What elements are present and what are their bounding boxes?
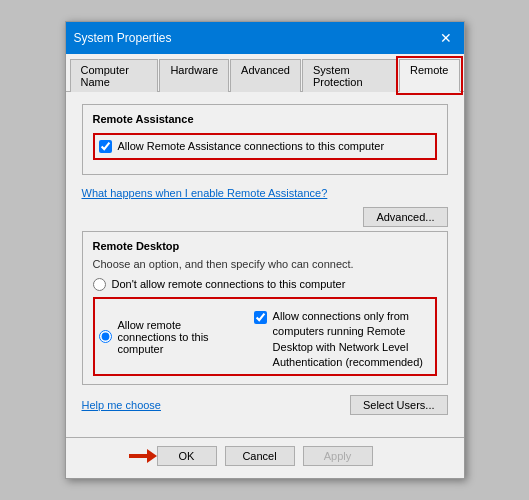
footer-buttons: OK Cancel Apply xyxy=(66,437,464,478)
help-choose-link[interactable]: Help me choose xyxy=(82,399,162,411)
allow-remote-assistance-row: Allow Remote Assistance connections to t… xyxy=(93,133,437,160)
tab-content: Remote Assistance Allow Remote Assistanc… xyxy=(66,92,464,438)
remote-assistance-section: Remote Assistance Allow Remote Assistanc… xyxy=(82,104,448,175)
allow-remote-row: Allow remote connections to this compute… xyxy=(93,297,437,377)
dont-allow-remote-row: Don't allow remote connections to this c… xyxy=(93,278,437,291)
ok-button[interactable]: OK xyxy=(157,446,217,466)
arrow-head xyxy=(147,449,157,463)
allow-remote-assistance-label: Allow Remote Assistance connections to t… xyxy=(118,139,385,154)
ok-arrow-indicator xyxy=(129,449,157,463)
title-bar: System Properties ✕ xyxy=(66,22,464,54)
ok-btn-wrapper: OK xyxy=(157,446,217,466)
advanced-btn-row: Advanced... xyxy=(82,207,448,227)
allow-remote-radio[interactable] xyxy=(99,330,112,343)
allow-remote-label: Allow remote connections to this compute… xyxy=(118,319,228,355)
remote-desktop-description: Choose an option, and then specify who c… xyxy=(93,258,437,270)
tab-computer-name[interactable]: Computer Name xyxy=(70,59,159,92)
tab-bar: Computer Name Hardware Advanced System P… xyxy=(66,54,464,92)
apply-button[interactable]: Apply xyxy=(303,446,373,466)
cancel-button[interactable]: Cancel xyxy=(225,446,295,466)
dont-allow-radio[interactable] xyxy=(93,278,106,291)
help-select-row: Help me choose Select Users... xyxy=(82,395,448,415)
close-button[interactable]: ✕ xyxy=(436,28,456,48)
system-properties-dialog: System Properties ✕ Computer Name Hardwa… xyxy=(65,21,465,480)
tab-remote[interactable]: Remote xyxy=(399,59,460,92)
remote-desktop-section: Remote Desktop Choose an option, and the… xyxy=(82,231,448,386)
nla-checkbox[interactable] xyxy=(254,311,267,324)
remote-desktop-title: Remote Desktop xyxy=(93,240,437,252)
tab-system-protection[interactable]: System Protection xyxy=(302,59,398,92)
tab-hardware[interactable]: Hardware xyxy=(159,59,229,92)
advanced-button[interactable]: Advanced... xyxy=(363,207,447,227)
nla-checkbox-section: Allow connections only from computers ru… xyxy=(254,309,431,371)
remote-assistance-help-link[interactable]: What happens when I enable Remote Assist… xyxy=(82,187,448,199)
select-users-button[interactable]: Select Users... xyxy=(350,395,448,415)
nla-label: Allow connections only from computers ru… xyxy=(273,309,431,371)
dialog-title: System Properties xyxy=(74,31,172,45)
remote-assistance-title: Remote Assistance xyxy=(93,113,437,125)
allow-remote-assistance-checkbox[interactable] xyxy=(99,140,112,153)
nla-row: Allow connections only from computers ru… xyxy=(254,309,431,371)
dont-allow-label: Don't allow remote connections to this c… xyxy=(112,278,346,290)
arrow-body xyxy=(129,454,147,458)
tab-advanced[interactable]: Advanced xyxy=(230,59,301,92)
